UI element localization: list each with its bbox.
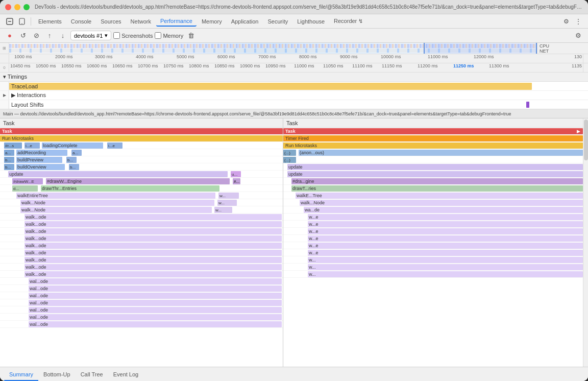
memory-checkbox[interactable] (155, 32, 161, 39)
device-icon[interactable] (16, 16, 28, 27)
right-header-label: Task (286, 120, 298, 126)
scrollbar-thumb[interactable] (584, 120, 588, 160)
nav-bar: Elements Console Sources Network Perform… (0, 14, 588, 29)
right-microtasks-row[interactable]: Run Microtasks (283, 142, 583, 149)
tab-elements[interactable]: Elements (34, 17, 66, 26)
timeline-selection[interactable] (424, 43, 537, 54)
flame-row-walk9[interactable]: walk...ode (0, 249, 283, 256)
layout-shifts-row[interactable]: Layout Shifts (0, 100, 588, 109)
right-dra-row[interactable]: #dra...gine (283, 178, 583, 185)
right-wdot2-row[interactable]: w... (283, 264, 583, 271)
inspect-icon[interactable] (4, 16, 15, 27)
flame-row-walk1[interactable]: walkEntireTree w... (0, 192, 283, 199)
tab-recorder[interactable]: Recorder ↯ (330, 16, 367, 26)
detail-label-end: 1135 (572, 63, 582, 68)
screenshots-checkbox-label[interactable]: Screenshots (113, 32, 153, 39)
right-we4-row[interactable]: w...e (283, 235, 583, 242)
flame-row-update1[interactable]: update u... (0, 171, 283, 178)
flame-right-rows[interactable]: Task ▶ Timer Fired Run Microtasks (...) … (283, 128, 583, 367)
tab-console[interactable]: Console (67, 17, 95, 26)
flame-row-drawthr[interactable]: d... drawThr...Entries (0, 185, 283, 192)
right-update2-row[interactable]: update (283, 171, 583, 178)
tab-application[interactable]: Application (227, 17, 263, 26)
flame-row-walk6[interactable]: walk...ode (0, 228, 283, 235)
flame-row-wal5[interactable]: wal...ode (0, 306, 283, 314)
right-task-row[interactable]: Task ▶ (283, 128, 583, 135)
interactions-row[interactable]: ▶ ▶ Interactions (0, 91, 588, 100)
right-walkn-row[interactable]: walk...Node (283, 199, 583, 206)
tab-lighthouse[interactable]: Lighthouse (293, 17, 329, 26)
flame-row-2[interactable]: a... addRecording a... (0, 149, 283, 156)
timings-section-header[interactable]: ▾ Timings (0, 73, 588, 82)
trace-load-row[interactable]: TraceLoad (0, 82, 588, 91)
flame-row-walk4[interactable]: walk...ode (0, 213, 283, 221)
flame-row-wal3[interactable]: wal...ode (0, 292, 283, 299)
close-button[interactable] (5, 4, 11, 10)
profile-select[interactable]: devtools #1 ▾ (70, 31, 111, 40)
screenshots-checkbox[interactable] (113, 32, 120, 39)
detail-label-9: 10900 ms (240, 63, 260, 68)
scrollbar[interactable] (583, 118, 588, 367)
flame-row-walk12[interactable]: walk...ode (0, 271, 283, 278)
tab-event-log[interactable]: Event Log (108, 369, 144, 381)
tab-sources[interactable]: Sources (96, 17, 125, 26)
flame-row-walk7[interactable]: walk...ode (0, 235, 283, 242)
detail-label-17: 11300 ms (489, 63, 509, 68)
tab-bottom-up[interactable]: Bottom-Up (38, 369, 76, 381)
flame-left-rows[interactable]: Task Run Microtasks #r...s i...e loading… (0, 128, 283, 367)
download-button[interactable]: ↓ (57, 30, 68, 41)
right-we6-row[interactable]: w...e (283, 249, 583, 256)
tab-network[interactable]: Network (127, 17, 155, 26)
right-we3-row[interactable]: w...e (283, 228, 583, 235)
right-we2-row[interactable]: w...e (283, 221, 583, 228)
right-we1-row[interactable]: w...e (283, 213, 583, 221)
memory-checkbox-label[interactable]: Memory (155, 32, 183, 39)
right-dra-bar: #dra...gine (291, 178, 583, 184)
run-microtasks-bar: Run Microtasks (0, 135, 283, 141)
right-wade-row[interactable]: wa...de (283, 206, 583, 213)
flame-row-walk8[interactable]: walk...ode (0, 242, 283, 249)
tab-call-tree[interactable]: Call Tree (76, 369, 108, 381)
trash-icon[interactable]: 🗑 (185, 30, 197, 41)
flame-row-4[interactable]: b... buildOverview b... (0, 163, 283, 171)
right-update1-row[interactable]: update (283, 163, 583, 171)
right-anon-row1[interactable]: (...) (anon...ous) (283, 149, 583, 156)
flame-row-wal1[interactable]: wal...ode (0, 278, 283, 285)
tab-memory[interactable]: Memory (198, 17, 226, 26)
more-icon[interactable]: ⋮ (573, 16, 584, 27)
task-row-main[interactable]: Task (0, 128, 283, 135)
overview-ruler[interactable]: ⊞ CPU NET (0, 43, 588, 54)
right-wdot3-row[interactable]: w... (283, 271, 583, 278)
flame-row-walk10[interactable]: walk...ode (0, 256, 283, 264)
right-we5-row[interactable]: w...e (283, 242, 583, 249)
upload-button[interactable]: ↑ (44, 30, 55, 41)
flame-row-walk11[interactable]: walk...ode (0, 264, 283, 271)
flame-row-walk5[interactable]: walk...ode (0, 221, 283, 228)
right-drawt-row[interactable]: drawT...ries (283, 185, 583, 192)
flame-row-wal6[interactable]: wal...ode (0, 314, 283, 321)
flame-row-wal2[interactable]: wal...ode (0, 285, 283, 292)
minimize-button[interactable] (14, 4, 20, 10)
tab-performance[interactable]: Performance (156, 16, 197, 27)
maximize-button[interactable] (23, 4, 30, 10)
tab-security[interactable]: Security (263, 17, 292, 26)
right-wdot1-row[interactable]: w... (283, 256, 583, 264)
flame-row-wal7[interactable]: wal...ode (0, 321, 283, 328)
record-button[interactable]: ● (4, 30, 15, 41)
tab-summary[interactable]: Summary (4, 369, 38, 381)
settings-icon[interactable]: ⚙ (560, 16, 572, 27)
reload-button[interactable]: ↺ (17, 30, 29, 41)
flame-row-wal4[interactable]: wal...ode (0, 299, 283, 306)
flame-row-walk3[interactable]: walk...Node w... (0, 206, 283, 213)
flame-row-1[interactable]: #r...s i...e loadingComplete i...e (0, 142, 283, 149)
run-microtasks-row[interactable]: Run Microtasks (0, 135, 283, 142)
settings-panel-icon[interactable]: ⚙ (573, 30, 584, 41)
top-ruler: 1000 ms 2000 ms 3000 ms 4000 ms 5000 ms … (0, 54, 588, 63)
flame-row-3[interactable]: b... buildPreview b... (0, 156, 283, 163)
right-timer-row[interactable]: Timer Fired (283, 135, 583, 142)
right-walke-row[interactable]: walkE...Tree (283, 192, 583, 199)
flame-row-walk2[interactable]: walk...Node w... (0, 199, 283, 206)
flame-row-draww[interactable]: #drawW...E #drawW...Engine #... (0, 178, 283, 185)
clear-button[interactable]: ⊘ (31, 30, 42, 41)
right-anon-row2[interactable]: (...) (283, 156, 583, 163)
